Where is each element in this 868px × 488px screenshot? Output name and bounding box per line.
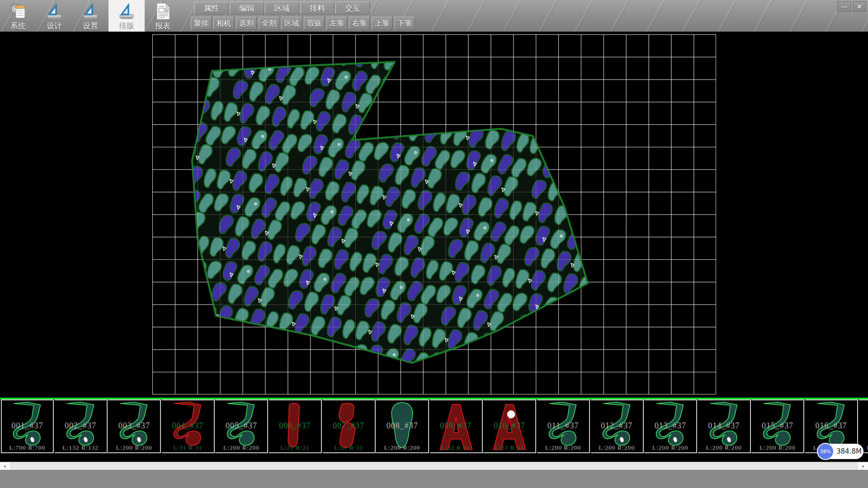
part-id-label: 005_#37 xyxy=(215,421,267,430)
system-gear-icon xyxy=(8,1,28,21)
horizontal-scrollbar[interactable]: ‹ › xyxy=(0,462,868,470)
part-lr-count-label: L:21 R:21 xyxy=(269,444,321,451)
tool-button-region[interactable]: 区域 xyxy=(281,17,302,30)
part-id-label: 011_#37 xyxy=(537,421,589,430)
part-lr-count-label: L:32 R:31 xyxy=(430,444,482,451)
set-square-icon xyxy=(44,1,64,21)
part-lr-count-label: L:200 R:200 xyxy=(537,444,589,451)
scroll-right-button[interactable]: › xyxy=(858,462,868,470)
part-lr-count-label: L:200 R:200 xyxy=(108,444,160,451)
part-lr-count-label: L:132 R:132 xyxy=(55,444,107,451)
mode-button-label: 排版 xyxy=(119,21,134,30)
tool-button-align-bottom[interactable]: 下靠 xyxy=(394,17,415,30)
thumbnail-015[interactable]: 015_#37L:200 R:200 xyxy=(751,399,804,453)
menu-tab-region[interactable]: 区域 xyxy=(265,2,299,14)
part-lr-count-label: L:200 R:200 xyxy=(376,444,428,451)
memory-value: 384.8M xyxy=(836,444,860,459)
hide-polygon xyxy=(192,62,588,363)
menu-tab-edit[interactable]: 编辑 xyxy=(230,2,264,14)
mode-button-label: 报表 xyxy=(155,21,170,30)
part-lr-count-label: L:200 R:200 xyxy=(215,444,267,451)
mode-button-label: 设计 xyxy=(47,21,62,30)
status-bar xyxy=(0,470,868,488)
set-square-icon xyxy=(80,1,100,21)
mode-button-layout[interactable]: 排版 xyxy=(108,0,145,32)
part-id-label: 017_#37 xyxy=(859,421,868,430)
part-id-label: 014_#37 xyxy=(698,421,750,430)
mode-button-design[interactable]: 设计 xyxy=(36,0,72,32)
tool-button-cluster-nest[interactable]: 聚排 xyxy=(191,17,212,30)
part-id-label: 001_#37 xyxy=(2,421,53,430)
part-id-label: 016_#37 xyxy=(805,421,857,430)
mode-button-report[interactable]: 报表 xyxy=(145,0,181,32)
part-lr-count-label: L:200 R:200 xyxy=(698,444,750,451)
tool-button-align-left[interactable]: 左靠 xyxy=(326,17,347,30)
part-id-label: 010_#37 xyxy=(483,421,535,430)
thumbnail-007[interactable]: 007_#37L:31 R:31 xyxy=(323,399,376,453)
tool-button-defect[interactable]: 瑕疵 xyxy=(304,17,325,30)
part-id-label: 003_#37 xyxy=(108,421,160,430)
tool-button-cut-all[interactable]: 全割 xyxy=(259,17,279,30)
part-id-label: 006_#37 xyxy=(269,421,321,430)
application-window: 系统设计设置排版报表 属性编辑区域排料交互 聚排相机选割全割区域瑕疵左靠右靠上靠… xyxy=(0,0,868,488)
minimize-button[interactable]: — xyxy=(837,1,851,12)
thumbnail-008[interactable]: 008_#37L:200 R:200 xyxy=(376,399,429,453)
part-lr-count-label: L:31 R:31 xyxy=(162,444,214,451)
tool-button-align-right[interactable]: 右靠 xyxy=(349,17,370,30)
part-lr-count-label: L:200 R:200 xyxy=(591,444,643,451)
thumbnail-010[interactable]: 010_#37L:33 R:33 xyxy=(483,399,536,453)
close-button[interactable]: ✕ xyxy=(853,1,866,12)
leather-hide-layout xyxy=(0,32,868,399)
tool-button-camera[interactable]: 相机 xyxy=(213,17,234,30)
mode-button-system[interactable]: 系统 xyxy=(0,0,36,32)
thumbnail-001[interactable]: 001_#37L:700 R:700 xyxy=(1,399,54,453)
thumbnail-005[interactable]: 005_#37L:200 R:200 xyxy=(215,399,268,453)
nesting-canvas[interactable] xyxy=(0,32,868,399)
usage-percent-indicator: 38% xyxy=(817,443,834,460)
report-doc-icon xyxy=(153,1,173,21)
titlebar: 系统设计设置排版报表 属性编辑区域排料交互 聚排相机选割全割区域瑕疵左靠右靠上靠… xyxy=(0,0,868,32)
window-controls: — ✕ xyxy=(837,1,866,12)
part-lr-count-label: L:700 R:700 xyxy=(2,444,53,451)
mode-button-settings[interactable]: 设置 xyxy=(72,0,108,32)
part-id-label: 007_#37 xyxy=(323,421,375,430)
part-id-label: 002_#37 xyxy=(55,421,107,430)
thumbnail-006[interactable]: 006_#37L:21 R:21 xyxy=(269,399,322,453)
part-id-label: 013_#37 xyxy=(644,421,696,430)
part-id-label: 015_#37 xyxy=(751,421,803,430)
thumbnail-003[interactable]: 003_#37L:200 R:200 xyxy=(108,399,161,453)
mode-button-label: 系统 xyxy=(10,21,26,30)
thumbnail-012[interactable]: 012_#37L:200 R:200 xyxy=(591,399,644,453)
menu-tab-nesting[interactable]: 排料 xyxy=(300,2,335,14)
part-lr-count-label: L:31 R:31 xyxy=(323,444,375,451)
part-id-label: 012_#37 xyxy=(591,421,643,430)
thumbnail-002[interactable]: 002_#37L:132 R:132 xyxy=(55,399,108,453)
menu-tab-interaction[interactable]: 交互 xyxy=(335,2,370,14)
tool-button-align-top[interactable]: 上靠 xyxy=(372,17,392,30)
tool-button-select-cut[interactable]: 选割 xyxy=(236,17,257,30)
thumbnail-011[interactable]: 011_#37L:200 R:200 xyxy=(537,399,590,453)
memory-usage-badge[interactable]: 38% 384.8M xyxy=(818,444,863,459)
part-id-label: 009_#37 xyxy=(430,421,482,430)
thumbnail-014[interactable]: 014_#37L:200 R:200 xyxy=(698,399,751,453)
part-id-label: 008_#37 xyxy=(376,421,428,430)
part-lr-count-label: L:200 R:200 xyxy=(644,444,696,451)
part-id-label: 004_#37 xyxy=(162,421,214,430)
part-lr-count-label: L:200 R:200 xyxy=(751,444,803,451)
thumbnail-013[interactable]: 013_#37L:200 R:200 xyxy=(644,399,697,453)
part-lr-count-label: L:33 R:33 xyxy=(483,444,535,451)
menu-tab-properties[interactable]: 属性 xyxy=(194,2,229,14)
mode-button-label: 设置 xyxy=(83,21,98,30)
thumbnail-004[interactable]: 004_#37L:31 R:31 xyxy=(162,399,215,453)
scroll-left-button[interactable]: ‹ xyxy=(0,462,10,470)
set-square-icon xyxy=(117,1,137,21)
thumbnail-009[interactable]: 009_#37L:32 R:31 xyxy=(430,399,483,453)
parts-thumbnail-strip: 001_#37L:700 R:700002_#37L:132 R:132003_… xyxy=(0,399,868,454)
